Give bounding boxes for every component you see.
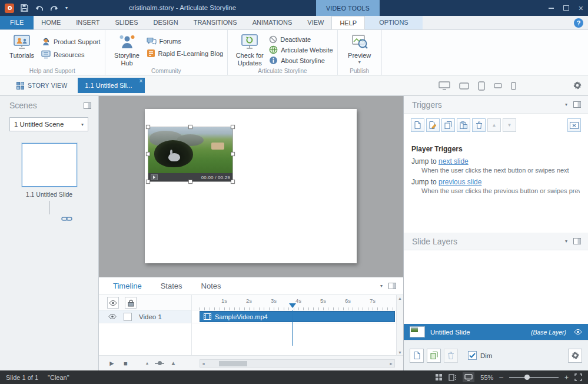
selection-handle[interactable] [146, 152, 150, 156]
timeline-zoom-slider[interactable] [155, 363, 164, 364]
scroll-right-icon[interactable]: ► [389, 362, 393, 366]
selection-handle[interactable] [146, 180, 150, 184]
scroll-left-icon[interactable]: ◄ [201, 362, 205, 366]
player-settings-gear-icon[interactable] [573, 81, 582, 90]
trigger-next-slide-link[interactable]: next slide [438, 157, 469, 165]
selection-handle[interactable] [231, 180, 235, 184]
edit-trigger-button[interactable] [426, 118, 440, 132]
timeline-zoom-out-icon[interactable]: ▲ [145, 361, 150, 365]
toggle-lock-column-button[interactable] [125, 297, 137, 309]
tab-story-view[interactable]: STORY VIEW [11, 78, 73, 93]
scenes-collapse-panel-icon[interactable] [84, 102, 91, 109]
scroll-up-icon[interactable]: ▲ [398, 296, 402, 300]
playhead[interactable] [289, 303, 296, 308]
about-storyline-button[interactable]: About Storyline [269, 56, 333, 65]
row-visibility-eye-icon[interactable] [108, 314, 117, 319]
slide-view-toggle-icon[interactable] [463, 372, 474, 382]
selection-handle[interactable] [231, 125, 235, 129]
tab-close-icon[interactable]: × [139, 78, 143, 85]
minimize-icon[interactable] [549, 8, 554, 9]
move-trigger-down-button[interactable]: ▼ [503, 118, 516, 132]
layer-row-base[interactable]: Untitled Slide (Base Layer) [404, 324, 588, 340]
new-trigger-button[interactable] [411, 118, 424, 132]
timeline-collapse-panel-icon[interactable] [388, 283, 396, 289]
save-icon[interactable] [21, 4, 28, 12]
tab-design[interactable]: DESIGN [146, 16, 186, 29]
tablet-landscape-icon[interactable] [459, 82, 469, 90]
copy-trigger-button[interactable] [441, 118, 455, 132]
undo-icon[interactable] [35, 5, 44, 12]
storyline-hub-button[interactable]: Storyline Hub [109, 32, 145, 67]
tab-help[interactable]: HELP [331, 16, 365, 29]
scrollbar-thumb[interactable] [219, 361, 247, 366]
zoom-in-button[interactable]: + [564, 373, 569, 382]
scroll-down-icon[interactable]: ▼ [398, 350, 402, 355]
tab-slide-untitled[interactable]: 1.1 Untitled Sli... × [78, 78, 145, 93]
toggle-visibility-column-button[interactable] [107, 297, 119, 309]
zoom-slider-thumb[interactable] [524, 375, 530, 380]
selection-handle[interactable] [188, 180, 192, 184]
product-support-button[interactable]: Product Support [41, 37, 101, 47]
video-thumbnail[interactable] [148, 127, 232, 173]
tab-insert[interactable]: INSERT [68, 16, 107, 29]
desktop-view-icon[interactable] [438, 81, 450, 90]
zoom-out-button[interactable]: – [499, 373, 503, 382]
preview-button[interactable]: Preview ▾ [342, 32, 377, 65]
fit-to-window-icon[interactable] [574, 373, 582, 381]
video-play-icon[interactable] [151, 174, 158, 180]
tab-timeline[interactable]: Timeline [113, 282, 142, 290]
delete-trigger-button[interactable] [472, 118, 486, 132]
resources-button[interactable]: Resources [41, 50, 101, 59]
dim-toggle[interactable]: Dim [468, 351, 492, 360]
timeline-clip-samplevideo[interactable]: SampleVideo.mp4 [200, 311, 395, 322]
help-icon[interactable]: ? [574, 18, 583, 28]
tab-states[interactable]: States [161, 282, 182, 290]
tab-notes[interactable]: Notes [201, 282, 221, 290]
redo-icon[interactable] [50, 5, 59, 12]
slide-sorter-toggle-icon[interactable] [449, 374, 457, 381]
new-layer-button[interactable] [410, 349, 424, 363]
phone-portrait-icon[interactable] [511, 82, 516, 90]
slide-canvas[interactable]: 00:00 / 00:29 [145, 109, 357, 263]
layer-visibility-eye-icon[interactable] [574, 329, 582, 335]
selection-handle[interactable] [188, 125, 192, 129]
deactivate-button[interactable]: Deactivate [269, 35, 333, 44]
selection-handle[interactable] [146, 125, 150, 129]
timeline-row-video1[interactable]: Video 1 SampleVideo.mp4 [99, 310, 396, 323]
zoom-slider[interactable] [509, 374, 559, 380]
dim-checkbox[interactable] [468, 351, 477, 360]
timeline-zoom-in-icon[interactable]: ▲ [170, 360, 176, 366]
close-icon[interactable]: × [579, 4, 583, 12]
quick-access-caret-icon[interactable]: ▾ [65, 5, 68, 11]
slide-thumbnail[interactable] [22, 143, 77, 187]
tab-view[interactable]: VIEW [300, 16, 331, 29]
tab-slides[interactable]: SLIDES [107, 16, 145, 29]
slide-stage[interactable]: 00:00 / 00:29 [99, 96, 403, 277]
timeline-horizontal-scrollbar[interactable]: ◄ ► [200, 359, 395, 368]
timeline-play-button[interactable]: ► [108, 359, 115, 368]
layers-menu-caret-icon[interactable]: ▾ [565, 239, 567, 244]
forums-button[interactable]: Forums [147, 37, 224, 45]
storyline-app-icon[interactable] [5, 4, 14, 13]
triggers-collapse-panel-icon[interactable] [573, 101, 581, 108]
duplicate-layer-button[interactable] [427, 349, 441, 363]
maximize-icon[interactable] [563, 5, 569, 11]
tab-animations[interactable]: ANIMATIONS [245, 16, 300, 29]
tab-file[interactable]: FILE [0, 16, 34, 29]
delete-layer-button[interactable] [444, 349, 458, 363]
timeline-vertical-scrollbar[interactable]: ▲ ▼ [396, 295, 403, 356]
triggers-menu-caret-icon[interactable]: ▾ [565, 102, 567, 107]
tutorials-button[interactable]: Tutorials [4, 32, 39, 59]
row-lock-box[interactable] [124, 313, 132, 321]
story-view-toggle-icon[interactable] [435, 373, 443, 381]
trigger-previous-slide-link[interactable]: previous slide [438, 178, 481, 186]
check-for-updates-button[interactable]: Check for Updates [232, 32, 267, 67]
move-trigger-up-button[interactable]: ▲ [487, 118, 501, 132]
timeline-menu-caret-icon[interactable]: ▾ [380, 284, 383, 289]
tab-options[interactable]: OPTIONS [365, 16, 423, 29]
tab-transitions[interactable]: TRANSITIONS [186, 16, 245, 29]
paste-trigger-button[interactable] [457, 118, 470, 132]
selection-handle[interactable] [231, 152, 235, 156]
articulate-website-button[interactable]: Articulate Website [269, 45, 333, 54]
preview-caret-icon[interactable]: ▾ [358, 60, 361, 65]
